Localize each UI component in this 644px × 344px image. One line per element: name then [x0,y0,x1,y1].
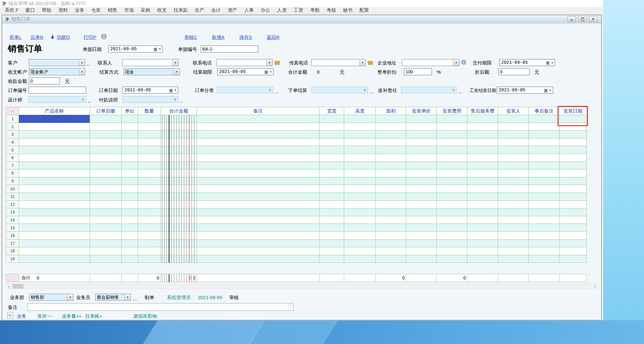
cell[interactable] [406,177,437,185]
cell[interactable] [122,247,138,255]
designer-combo[interactable]: ∨ [28,96,86,103]
cell[interactable] [19,123,90,131]
cell[interactable] [90,255,122,263]
cell[interactable] [559,216,587,224]
cell[interactable] [344,232,376,240]
cell[interactable] [529,216,559,224]
column-header[interactable]: 安装费用 [437,107,467,115]
cell[interactable] [122,232,138,240]
cell[interactable] [319,115,344,123]
cell[interactable] [197,177,320,185]
cell[interactable] [376,154,406,162]
cell[interactable] [197,169,320,177]
table-row[interactable]: 16 [6,232,587,240]
save-button[interactable]: 保存S [239,34,252,40]
cell[interactable] [406,131,437,138]
cell[interactable] [319,247,344,255]
cell[interactable] [122,154,138,162]
cell[interactable] [319,240,344,248]
cell[interactable] [319,162,344,170]
cell[interactable] [138,115,161,123]
cell[interactable] [559,201,587,209]
print-button[interactable]: 打印P [84,34,96,40]
cell[interactable] [437,146,467,154]
cell[interactable] [90,232,122,240]
cell[interactable] [529,247,559,255]
cell[interactable] [406,169,437,177]
close-button[interactable]: ✕ [589,16,597,22]
cell[interactable] [529,123,559,131]
cell[interactable] [319,224,344,232]
cell[interactable] [19,255,90,263]
phone-icon[interactable]: ☎ [274,60,281,66]
cell[interactable] [437,232,467,240]
deliver-date-picker[interactable]: 2021-09-05▦▼ [499,59,555,66]
cell[interactable] [559,138,587,146]
cell[interactable] [19,185,90,193]
cell[interactable] [122,162,138,170]
dept-combo[interactable]: 销售部▼ [29,294,73,301]
cell[interactable] [437,224,467,232]
cell[interactable] [406,208,437,216]
cell[interactable] [161,240,197,248]
cell[interactable] [437,154,467,162]
cell[interactable] [498,162,529,170]
table-row[interactable]: 8 [6,169,587,177]
column-header[interactable]: 售后服务费 [467,107,498,115]
add-button[interactable]: 新增A [212,34,224,40]
table-row[interactable]: 6 [6,154,587,162]
rework-duty-lookup-button[interactable]: .. [458,89,462,94]
cell[interactable] [467,169,498,177]
cell[interactable] [437,255,467,263]
menu-item[interactable]: 人事 [241,7,257,13]
cell[interactable] [122,115,138,123]
cell[interactable] [122,208,138,216]
cell[interactable] [376,255,406,263]
globe-icon[interactable] [461,59,466,65]
menu-item[interactable]: 往来款 [170,7,191,13]
cell[interactable] [529,146,559,154]
cell[interactable] [90,138,122,146]
cell[interactable] [498,185,529,193]
cell[interactable] [559,115,587,123]
cell[interactable] [319,131,344,138]
designer-lookup-button[interactable]: .. [88,98,92,104]
cell[interactable] [122,201,138,209]
cell[interactable] [498,146,529,154]
cell[interactable] [467,131,498,138]
cell[interactable] [406,216,437,224]
cell[interactable] [437,247,467,255]
cell[interactable] [376,201,406,209]
menu-item[interactable]: 秘书 [339,7,356,13]
cell[interactable] [19,177,90,185]
menu-item[interactable]: 市场 [121,7,137,13]
cell[interactable] [559,154,587,162]
cell[interactable] [467,224,498,232]
cell[interactable] [122,138,138,146]
table-row[interactable]: 18 [6,247,587,255]
menu-item[interactable]: 收支 [154,7,170,13]
table-row[interactable]: 11 [6,193,587,201]
printer-icon[interactable] [101,34,107,39]
cell[interactable] [90,201,122,209]
settle-date-picker[interactable]: 2021-09-05▦▼ [217,68,274,75]
table-row[interactable]: 14 [6,216,587,224]
cell[interactable] [467,138,498,146]
cell[interactable] [529,169,559,177]
cell[interactable] [344,115,376,123]
cell[interactable] [319,216,344,224]
column-header[interactable]: 宽度 [319,107,344,115]
next-doc-button[interactable]: 后单N [30,34,43,40]
menu-item[interactable]: 考核 [323,7,339,13]
cell[interactable] [437,123,467,131]
table-row[interactable]: 2 [6,123,587,131]
cell[interactable] [437,193,467,201]
cell[interactable] [559,177,587,185]
cell[interactable] [161,224,197,232]
spinner-control[interactable]: ˄˅ [288,304,293,310]
cell[interactable] [344,131,376,138]
cell[interactable] [498,247,529,255]
cell[interactable] [138,193,161,201]
column-header[interactable]: 安装日期 [559,107,587,115]
cell[interactable] [376,146,406,154]
